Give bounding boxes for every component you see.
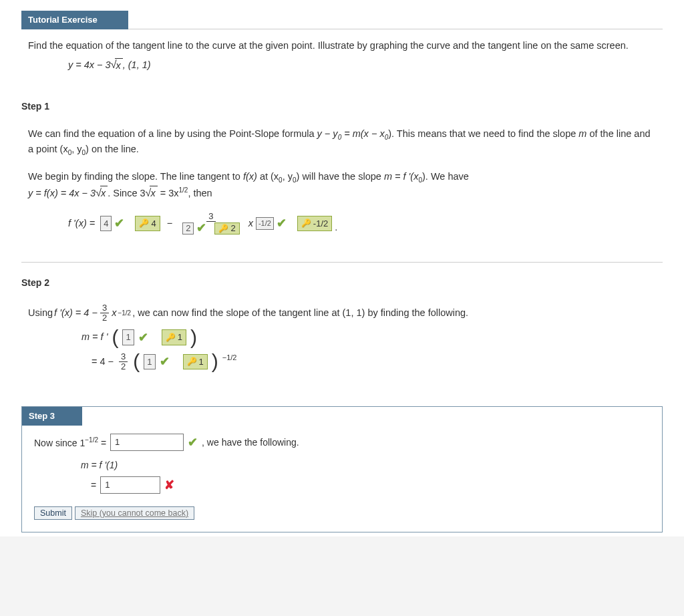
check-icon: ✔: [138, 329, 148, 347]
step2-key-1: 🔑1: [162, 329, 186, 345]
problem-equation: y = 4x − 3√x, (1, 1): [28, 57, 656, 73]
step3-input-2[interactable]: 1: [100, 476, 160, 494]
step1-key-1: 🔑4: [135, 216, 160, 232]
tutorial-exercise-header: Tutorial Exercise: [21, 11, 128, 29]
step2-input-2[interactable]: 1: [144, 354, 155, 370]
step1-body: We can find the equation of a line by us…: [21, 118, 663, 253]
check-icon: ✔: [160, 353, 170, 371]
step1-input-2[interactable]: 2: [182, 222, 194, 235]
step3-line1: Now since 1−1/2 = 1 ✔ , we have the foll…: [34, 434, 650, 452]
step1-input-3[interactable]: -1/2: [256, 217, 274, 230]
step1-key-2: 🔑2: [214, 222, 239, 235]
check-icon: ✔: [114, 214, 124, 233]
step3-line2: m = f '(1): [81, 458, 650, 472]
check-icon: ✔: [277, 214, 287, 233]
step3-input-1[interactable]: 1: [110, 434, 184, 451]
step2-body: Using f '(x) = 4 − 32 x−1/2 , we can now…: [21, 294, 663, 386]
key-icon: 🔑: [187, 355, 197, 367]
step2-input-1[interactable]: 1: [122, 329, 134, 345]
step3-container: Step 3 Now since 1−1/2 = 1 ✔ , we have t…: [21, 406, 663, 532]
step1-input-1[interactable]: 4: [100, 216, 112, 232]
key-icon: 🔑: [139, 217, 149, 229]
skip-button[interactable]: Skip (you cannot come back): [75, 506, 194, 520]
problem-statement: Find the equation of the tangent line to…: [21, 29, 663, 87]
key-icon: 🔑: [301, 217, 311, 229]
step1-key-3: 🔑-1/2: [297, 216, 332, 232]
step1-fprime-equation: f '(x) = 4 ✔ 🔑4 − 3 2 ✔ 🔑2 x -1/2 ✔ 🔑: [68, 212, 656, 235]
problem-text: Find the equation of the tangent line to…: [28, 39, 656, 53]
step3-line3: = 1 ✘: [91, 476, 650, 494]
check-icon: ✔: [196, 222, 206, 235]
cross-icon: ✘: [164, 476, 174, 494]
check-icon: ✔: [188, 434, 198, 452]
step3-label: Step 3: [22, 407, 82, 426]
step2-line1: m = f ' ( 1 ✔ 🔑1 ): [81, 329, 656, 347]
key-icon: 🔑: [166, 331, 176, 343]
step2-label: Step 2: [21, 276, 663, 290]
step2-line2: = 4 − 32 ( 1 ✔ 🔑1 ) −1/2: [92, 352, 656, 372]
submit-button[interactable]: Submit: [34, 506, 72, 520]
step2-key-2: 🔑1: [183, 354, 208, 370]
step1-label: Step 1: [21, 100, 663, 114]
key-icon: 🔑: [218, 224, 228, 233]
